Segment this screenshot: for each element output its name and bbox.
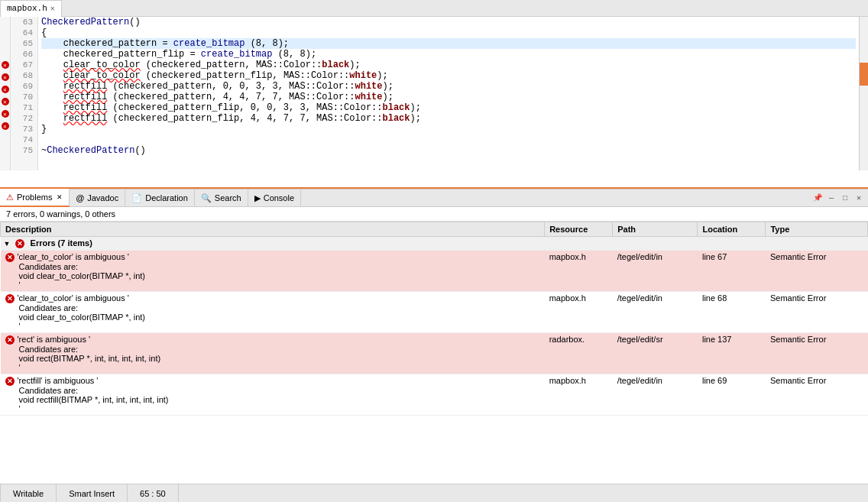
error-type-1: Semantic Error	[766, 251, 868, 292]
line-numbers: 6364656667 6869707172 737475	[11, 17, 38, 170]
editor-container: ✕ ✕ ✕ ✕ ✕ ✕ 6364656667 6869707172 737475…	[0, 17, 868, 189]
error-resource-1: mapbox.h	[545, 251, 613, 292]
table-row[interactable]: ✕'rectfill' is ambiguous ' Candidates ar…	[1, 374, 868, 416]
error-location-2: line 68	[698, 292, 766, 333]
col-header-type: Type	[766, 222, 868, 237]
error-type-4: Semantic Error	[766, 374, 868, 416]
code-line-64: {	[41, 28, 856, 38]
code-line-70: rectfill (checkered_pattern, 4, 4, 7, 7,…	[41, 92, 856, 102]
error-icon-4: ✕	[5, 377, 15, 386]
error-main-2: 'clear_to_color' is ambiguous '	[18, 293, 129, 303]
error-description-1: ✕'clear_to_color' is ambiguous ' Candida…	[1, 251, 545, 292]
editor-tab-mapbox[interactable]: mapbox.h ✕	[0, 0, 62, 17]
editor-tab-bar: mapbox.h ✕	[0, 0, 868, 17]
error-resource-4: mapbox.h	[545, 374, 613, 416]
error-sub2-4: void rectfill(BITMAP *, int, int, int, i…	[5, 395, 540, 404]
error-marker-71: ✕	[2, 110, 9, 118]
problems-panel: ⚠ Problems ✕ @ Javadoc 📄 Declaration 🔍 S…	[0, 189, 868, 500]
tab-problems-label: Problems	[17, 193, 52, 202]
close-problems-icon[interactable]: ✕	[57, 193, 63, 201]
code-line-73: }	[41, 124, 856, 134]
tab-problems[interactable]: ⚠ Problems ✕	[0, 189, 70, 207]
search-icon: 🔍	[201, 193, 212, 203]
error-sub2-1: void clear_to_color(BITMAP *, int)	[5, 271, 540, 280]
pin-button[interactable]: 📌	[811, 192, 824, 204]
code-line-69: rectfill (checkered_pattern, 0, 0, 3, 3,…	[41, 81, 856, 92]
tab-search-label: Search	[215, 193, 241, 202]
expand-icon[interactable]: ▼	[4, 240, 11, 248]
status-bar: Writable Smart Insert 65 : 50	[0, 484, 868, 502]
error-sub2-3: void rect(BITMAP *, int, int, int, int, …	[5, 354, 540, 363]
status-insert-mode: Smart Insert	[57, 484, 128, 502]
code-area[interactable]: CheckeredPattern() { checkered_pattern =…	[38, 17, 859, 170]
error-sub1-1: Candidates are:	[5, 262, 540, 271]
status-writable: Writable	[0, 484, 57, 502]
errors-table: Description Resource Path Location Type …	[0, 222, 868, 416]
error-location-3: line 137	[698, 333, 766, 374]
panel-toolbar: 📌 — □ ✕	[811, 192, 868, 204]
error-main-3: 'rect' is ambiguous '	[18, 335, 91, 344]
problems-table[interactable]: Description Resource Path Location Type …	[0, 222, 868, 500]
col-header-resource: Resource	[545, 222, 613, 237]
error-group-header[interactable]: ▼ ✕ Errors (7 items)	[1, 237, 868, 251]
table-row[interactable]: ✕'rect' is ambiguous ' Candidates are: v…	[1, 333, 868, 374]
error-description-4: ✕'rectfill' is ambiguous ' Candidates ar…	[1, 374, 545, 416]
code-line-68: clear_to_color (checkered_pattern_flip, …	[41, 70, 856, 81]
writable-label: Writable	[13, 489, 44, 498]
error-sub3-1: '	[5, 280, 540, 290]
error-description-3: ✕'rect' is ambiguous ' Candidates are: v…	[1, 333, 545, 374]
tab-search[interactable]: 🔍 Search	[195, 189, 248, 207]
table-row[interactable]: ✕'clear_to_color' is ambiguous ' Candida…	[1, 251, 868, 292]
error-marker-67: ✕	[2, 61, 9, 69]
code-line-67: clear_to_color (checkered_pattern, MAS::…	[41, 60, 856, 70]
error-sub3-3: '	[5, 363, 540, 372]
error-location-1: line 67	[698, 251, 766, 292]
close-panel-button[interactable]: ✕	[853, 192, 865, 204]
error-icon-2: ✕	[5, 294, 15, 303]
group-error-icon: ✕	[15, 239, 24, 248]
error-path-2: /tegel/edit/in	[613, 292, 698, 333]
tab-console[interactable]: ▶ Console	[248, 189, 301, 207]
error-location-4: line 69	[698, 374, 766, 416]
code-line-71: rectfill (checkered_pattern_flip, 0, 0, …	[41, 102, 856, 113]
error-sub3-4: '	[5, 404, 540, 413]
code-line-65: checkered_pattern = create_bitmap (8, 8)…	[41, 38, 856, 49]
tab-console-label: Console	[264, 193, 294, 202]
tab-javadoc-label: Javadoc	[87, 193, 118, 202]
close-icon[interactable]: ✕	[50, 4, 55, 13]
col-header-description: Description	[1, 222, 545, 237]
status-position: 65 : 50	[128, 484, 179, 502]
error-sub2-2: void clear_to_color(BITMAP *, int)	[5, 313, 540, 322]
col-header-location: Location	[698, 222, 766, 237]
code-line-75: ~CheckeredPattern()	[41, 145, 856, 156]
error-marker-72: ✕	[2, 122, 9, 130]
editor-tab-label: mapbox.h	[7, 4, 47, 13]
minimize-button[interactable]: —	[825, 192, 837, 204]
editor-scrollbar-thumb[interactable]	[860, 63, 868, 86]
error-main-1: 'clear_to_color' is ambiguous '	[18, 252, 129, 261]
declaration-icon: 📄	[131, 193, 142, 203]
code-line-63: CheckeredPattern()	[41, 17, 856, 28]
table-row[interactable]: ✕'clear_to_color' is ambiguous ' Candida…	[1, 292, 868, 333]
error-marker-69: ✕	[2, 86, 9, 93]
summary-bar: 7 errors, 0 warnings, 0 others	[0, 207, 868, 222]
cursor-position: 65 : 50	[140, 489, 166, 498]
error-group-label: Errors (7 items)	[31, 238, 92, 248]
code-line-74	[41, 134, 856, 145]
tab-declaration-label: Declaration	[145, 193, 188, 202]
error-sub1-3: Candidates are:	[5, 345, 540, 354]
editor-content: ✕ ✕ ✕ ✕ ✕ ✕ 6364656667 6869707172 737475…	[0, 17, 868, 170]
editor-scrollbar[interactable]	[859, 17, 868, 170]
col-header-path: Path	[613, 222, 698, 237]
tab-declaration[interactable]: 📄 Declaration	[125, 189, 195, 207]
maximize-button[interactable]: □	[839, 192, 851, 204]
error-path-4: /tegel/edit/in	[613, 374, 698, 416]
error-type-2: Semantic Error	[766, 292, 868, 333]
problems-icon: ⚠	[6, 193, 14, 202]
code-line-72: rectfill (checkered_pattern_flip, 4, 4, …	[41, 113, 856, 124]
tab-javadoc[interactable]: @ Javadoc	[70, 189, 125, 207]
error-sub1-2: Candidates are:	[5, 303, 540, 313]
problems-summary: 7 errors, 0 warnings, 0 others	[6, 209, 115, 219]
error-main-4: 'rectfill' is ambiguous '	[18, 376, 99, 385]
error-sub3-2: '	[5, 322, 540, 331]
